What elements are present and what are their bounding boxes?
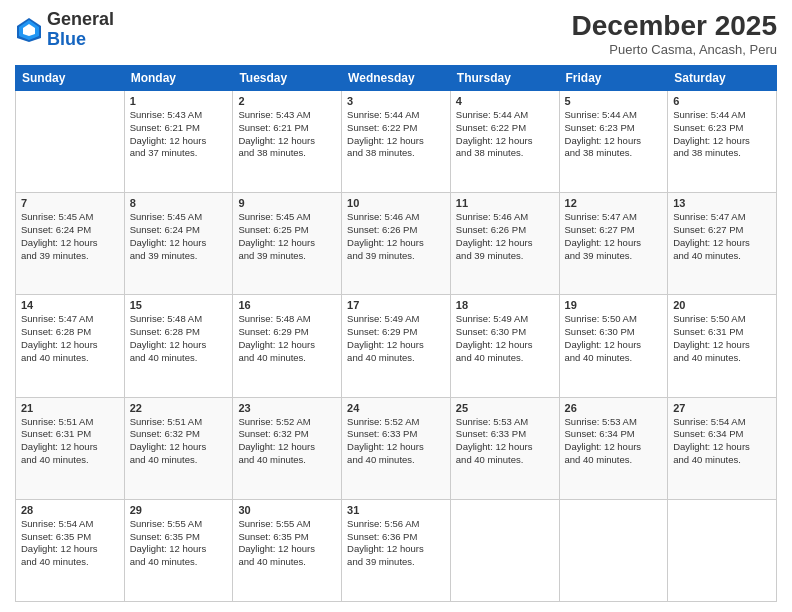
day-cell: 3Sunrise: 5:44 AM Sunset: 6:22 PM Daylig… xyxy=(342,91,451,193)
day-number: 11 xyxy=(456,197,554,209)
day-number: 3 xyxy=(347,95,445,107)
week-row-5: 28Sunrise: 5:54 AM Sunset: 6:35 PM Dayli… xyxy=(16,499,777,601)
day-number: 25 xyxy=(456,402,554,414)
day-header-sunday: Sunday xyxy=(16,66,125,91)
day-info: Sunrise: 5:54 AM Sunset: 6:35 PM Dayligh… xyxy=(21,518,119,569)
day-cell: 22Sunrise: 5:51 AM Sunset: 6:32 PM Dayli… xyxy=(124,397,233,499)
day-info: Sunrise: 5:55 AM Sunset: 6:35 PM Dayligh… xyxy=(130,518,228,569)
day-header-saturday: Saturday xyxy=(668,66,777,91)
day-cell: 2Sunrise: 5:43 AM Sunset: 6:21 PM Daylig… xyxy=(233,91,342,193)
day-number: 26 xyxy=(565,402,663,414)
day-cell: 8Sunrise: 5:45 AM Sunset: 6:24 PM Daylig… xyxy=(124,193,233,295)
day-number: 24 xyxy=(347,402,445,414)
day-number: 28 xyxy=(21,504,119,516)
day-cell: 14Sunrise: 5:47 AM Sunset: 6:28 PM Dayli… xyxy=(16,295,125,397)
day-number: 2 xyxy=(238,95,336,107)
day-number: 8 xyxy=(130,197,228,209)
day-info: Sunrise: 5:43 AM Sunset: 6:21 PM Dayligh… xyxy=(130,109,228,160)
day-number: 18 xyxy=(456,299,554,311)
week-row-2: 7Sunrise: 5:45 AM Sunset: 6:24 PM Daylig… xyxy=(16,193,777,295)
day-number: 6 xyxy=(673,95,771,107)
day-cell: 15Sunrise: 5:48 AM Sunset: 6:28 PM Dayli… xyxy=(124,295,233,397)
day-info: Sunrise: 5:44 AM Sunset: 6:23 PM Dayligh… xyxy=(565,109,663,160)
day-info: Sunrise: 5:49 AM Sunset: 6:29 PM Dayligh… xyxy=(347,313,445,364)
day-number: 17 xyxy=(347,299,445,311)
day-info: Sunrise: 5:52 AM Sunset: 6:32 PM Dayligh… xyxy=(238,416,336,467)
day-cell: 12Sunrise: 5:47 AM Sunset: 6:27 PM Dayli… xyxy=(559,193,668,295)
logo-general: General xyxy=(47,10,114,30)
day-info: Sunrise: 5:45 AM Sunset: 6:25 PM Dayligh… xyxy=(238,211,336,262)
day-info: Sunrise: 5:51 AM Sunset: 6:32 PM Dayligh… xyxy=(130,416,228,467)
day-number: 29 xyxy=(130,504,228,516)
day-cell: 19Sunrise: 5:50 AM Sunset: 6:30 PM Dayli… xyxy=(559,295,668,397)
day-header-tuesday: Tuesday xyxy=(233,66,342,91)
day-number: 31 xyxy=(347,504,445,516)
day-info: Sunrise: 5:44 AM Sunset: 6:22 PM Dayligh… xyxy=(456,109,554,160)
day-number: 22 xyxy=(130,402,228,414)
day-cell: 25Sunrise: 5:53 AM Sunset: 6:33 PM Dayli… xyxy=(450,397,559,499)
day-info: Sunrise: 5:55 AM Sunset: 6:35 PM Dayligh… xyxy=(238,518,336,569)
day-cell: 31Sunrise: 5:56 AM Sunset: 6:36 PM Dayli… xyxy=(342,499,451,601)
subtitle: Puerto Casma, Ancash, Peru xyxy=(572,42,777,57)
day-number: 1 xyxy=(130,95,228,107)
day-info: Sunrise: 5:44 AM Sunset: 6:22 PM Dayligh… xyxy=(347,109,445,160)
day-header-thursday: Thursday xyxy=(450,66,559,91)
day-number: 9 xyxy=(238,197,336,209)
day-number: 21 xyxy=(21,402,119,414)
day-cell: 4Sunrise: 5:44 AM Sunset: 6:22 PM Daylig… xyxy=(450,91,559,193)
day-info: Sunrise: 5:48 AM Sunset: 6:28 PM Dayligh… xyxy=(130,313,228,364)
week-row-4: 21Sunrise: 5:51 AM Sunset: 6:31 PM Dayli… xyxy=(16,397,777,499)
day-cell: 27Sunrise: 5:54 AM Sunset: 6:34 PM Dayli… xyxy=(668,397,777,499)
day-info: Sunrise: 5:49 AM Sunset: 6:30 PM Dayligh… xyxy=(456,313,554,364)
day-cell: 23Sunrise: 5:52 AM Sunset: 6:32 PM Dayli… xyxy=(233,397,342,499)
day-cell xyxy=(450,499,559,601)
day-cell xyxy=(16,91,125,193)
day-info: Sunrise: 5:46 AM Sunset: 6:26 PM Dayligh… xyxy=(347,211,445,262)
day-info: Sunrise: 5:53 AM Sunset: 6:34 PM Dayligh… xyxy=(565,416,663,467)
day-info: Sunrise: 5:47 AM Sunset: 6:27 PM Dayligh… xyxy=(673,211,771,262)
day-cell: 21Sunrise: 5:51 AM Sunset: 6:31 PM Dayli… xyxy=(16,397,125,499)
day-info: Sunrise: 5:44 AM Sunset: 6:23 PM Dayligh… xyxy=(673,109,771,160)
day-info: Sunrise: 5:53 AM Sunset: 6:33 PM Dayligh… xyxy=(456,416,554,467)
day-cell: 11Sunrise: 5:46 AM Sunset: 6:26 PM Dayli… xyxy=(450,193,559,295)
calendar: SundayMondayTuesdayWednesdayThursdayFrid… xyxy=(15,65,777,602)
day-number: 10 xyxy=(347,197,445,209)
day-number: 5 xyxy=(565,95,663,107)
day-number: 7 xyxy=(21,197,119,209)
day-info: Sunrise: 5:50 AM Sunset: 6:30 PM Dayligh… xyxy=(565,313,663,364)
day-cell: 5Sunrise: 5:44 AM Sunset: 6:23 PM Daylig… xyxy=(559,91,668,193)
day-cell xyxy=(559,499,668,601)
day-number: 15 xyxy=(130,299,228,311)
day-header-friday: Friday xyxy=(559,66,668,91)
day-info: Sunrise: 5:47 AM Sunset: 6:27 PM Dayligh… xyxy=(565,211,663,262)
week-row-1: 1Sunrise: 5:43 AM Sunset: 6:21 PM Daylig… xyxy=(16,91,777,193)
day-cell: 20Sunrise: 5:50 AM Sunset: 6:31 PM Dayli… xyxy=(668,295,777,397)
day-cell: 9Sunrise: 5:45 AM Sunset: 6:25 PM Daylig… xyxy=(233,193,342,295)
logo-text: General Blue xyxy=(47,10,114,50)
day-number: 14 xyxy=(21,299,119,311)
day-header-wednesday: Wednesday xyxy=(342,66,451,91)
day-info: Sunrise: 5:47 AM Sunset: 6:28 PM Dayligh… xyxy=(21,313,119,364)
day-cell xyxy=(668,499,777,601)
day-cell: 13Sunrise: 5:47 AM Sunset: 6:27 PM Dayli… xyxy=(668,193,777,295)
day-number: 13 xyxy=(673,197,771,209)
day-number: 12 xyxy=(565,197,663,209)
day-number: 23 xyxy=(238,402,336,414)
title-area: December 2025 Puerto Casma, Ancash, Peru xyxy=(572,10,777,57)
day-info: Sunrise: 5:52 AM Sunset: 6:33 PM Dayligh… xyxy=(347,416,445,467)
week-row-3: 14Sunrise: 5:47 AM Sunset: 6:28 PM Dayli… xyxy=(16,295,777,397)
day-info: Sunrise: 5:45 AM Sunset: 6:24 PM Dayligh… xyxy=(21,211,119,262)
page: General Blue December 2025 Puerto Casma,… xyxy=(0,0,792,612)
day-cell: 18Sunrise: 5:49 AM Sunset: 6:30 PM Dayli… xyxy=(450,295,559,397)
header-row: SundayMondayTuesdayWednesdayThursdayFrid… xyxy=(16,66,777,91)
day-cell: 7Sunrise: 5:45 AM Sunset: 6:24 PM Daylig… xyxy=(16,193,125,295)
month-title: December 2025 xyxy=(572,10,777,42)
header: General Blue December 2025 Puerto Casma,… xyxy=(15,10,777,57)
day-info: Sunrise: 5:51 AM Sunset: 6:31 PM Dayligh… xyxy=(21,416,119,467)
day-info: Sunrise: 5:45 AM Sunset: 6:24 PM Dayligh… xyxy=(130,211,228,262)
day-number: 20 xyxy=(673,299,771,311)
day-cell: 26Sunrise: 5:53 AM Sunset: 6:34 PM Dayli… xyxy=(559,397,668,499)
day-number: 27 xyxy=(673,402,771,414)
day-cell: 6Sunrise: 5:44 AM Sunset: 6:23 PM Daylig… xyxy=(668,91,777,193)
logo: General Blue xyxy=(15,10,114,50)
